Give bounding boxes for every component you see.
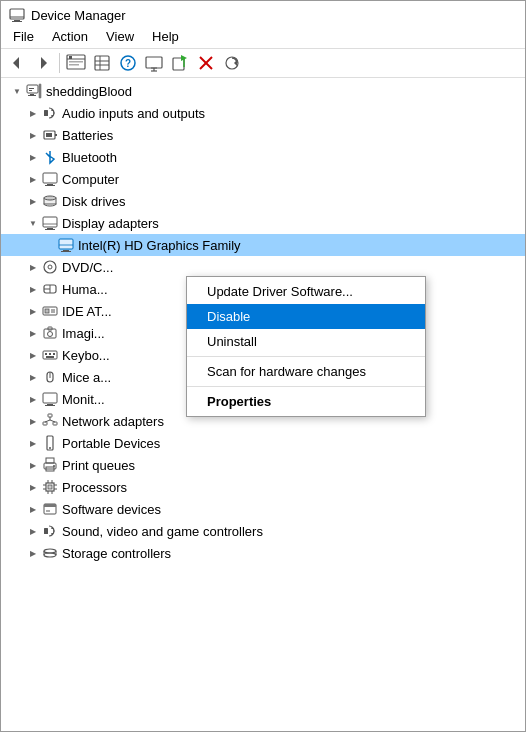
chevron-sound — [25, 523, 41, 539]
sound-label: Sound, video and game controllers — [62, 524, 263, 539]
processors-label: Processors — [62, 480, 127, 495]
svg-line-78 — [45, 420, 50, 422]
graphics-icon — [57, 236, 75, 254]
update-button[interactable] — [168, 51, 192, 75]
context-menu-uninstall[interactable]: Uninstall — [187, 329, 425, 354]
tree-item-print[interactable]: Print queues — [1, 454, 525, 476]
tree-item-disk[interactable]: Disk drives — [1, 190, 525, 212]
imaging-icon — [41, 324, 59, 342]
menu-file[interactable]: File — [5, 27, 42, 46]
svg-rect-48 — [59, 239, 73, 249]
human-label: Huma... — [62, 282, 108, 297]
batteries-label: Batteries — [62, 128, 113, 143]
audio-label: Audio inputs and outputs — [62, 106, 205, 121]
tree-item-computer[interactable]: Computer — [1, 168, 525, 190]
svg-rect-37 — [46, 133, 52, 137]
svg-rect-75 — [43, 422, 47, 425]
svg-rect-58 — [45, 309, 49, 313]
svg-rect-33 — [39, 84, 41, 98]
chevron-mice — [25, 369, 41, 385]
svg-point-85 — [53, 465, 55, 467]
svg-rect-76 — [53, 422, 57, 425]
chevron-keyboard — [25, 347, 41, 363]
chevron-display — [25, 215, 41, 231]
batteries-icon — [41, 126, 59, 144]
svg-rect-87 — [48, 485, 52, 489]
menu-action[interactable]: Action — [44, 27, 96, 46]
svg-rect-68 — [46, 356, 54, 358]
back-button[interactable] — [5, 51, 29, 75]
bluetooth-label: Bluetooth — [62, 150, 117, 165]
context-menu-properties[interactable]: Properties — [187, 389, 425, 414]
chevron-portable — [25, 435, 41, 451]
help-button[interactable]: ? — [116, 51, 140, 75]
chevron-imaging — [25, 325, 41, 341]
toolbar: ? — [1, 49, 525, 78]
svg-marker-5 — [41, 57, 47, 69]
intel-label: Intel(R) HD Graphics Family — [78, 238, 241, 253]
svg-rect-32 — [29, 90, 32, 91]
computer-label: Computer — [62, 172, 119, 187]
disk-label: Disk drives — [62, 194, 126, 209]
imaging-label: Imagi... — [62, 326, 105, 341]
chevron-human — [25, 281, 41, 297]
tree-item-dvd[interactable]: DVD/C... — [1, 256, 525, 278]
svg-point-43 — [44, 196, 56, 200]
svg-rect-36 — [55, 134, 57, 136]
svg-rect-2 — [12, 21, 22, 22]
tree-item-storage[interactable]: Storage controllers — [1, 542, 525, 564]
chevron-print — [25, 457, 41, 473]
tree-item-software[interactable]: Software devices — [1, 498, 525, 520]
portable-label: Portable Devices — [62, 436, 160, 451]
context-menu-separator-2 — [187, 386, 425, 387]
tree-item-intel[interactable]: Intel(R) HD Graphics Family — [1, 234, 525, 256]
context-menu: Update Driver Software... Disable Uninst… — [186, 276, 426, 417]
menu-view[interactable]: View — [98, 27, 142, 46]
storage-label: Storage controllers — [62, 546, 171, 561]
context-menu-update[interactable]: Update Driver Software... — [187, 279, 425, 304]
svg-point-53 — [48, 265, 52, 269]
svg-rect-47 — [45, 229, 55, 230]
svg-rect-71 — [43, 393, 57, 403]
context-menu-scan[interactable]: Scan for hardware changes — [187, 359, 425, 384]
svg-rect-38 — [43, 173, 57, 183]
title-bar-icon — [9, 7, 25, 23]
ide-label: IDE AT... — [62, 304, 112, 319]
list-button[interactable] — [90, 51, 114, 75]
storage-icon — [41, 544, 59, 562]
print-icon — [41, 456, 59, 474]
svg-rect-11 — [95, 56, 109, 70]
context-menu-disable[interactable]: Disable — [187, 304, 425, 329]
title-bar: Device Manager — [1, 1, 525, 25]
menu-help[interactable]: Help — [144, 27, 187, 46]
uninstall-button[interactable] — [194, 51, 218, 75]
tree-item-batteries[interactable]: Batteries — [1, 124, 525, 146]
ide-icon — [41, 302, 59, 320]
properties-button[interactable] — [64, 51, 88, 75]
chevron-storage — [25, 545, 41, 561]
tree-root[interactable]: sheddingBlood — [1, 80, 525, 102]
scan-button[interactable] — [220, 51, 244, 75]
tree-item-portable[interactable]: Portable Devices — [1, 432, 525, 454]
display-button[interactable] — [142, 51, 166, 75]
svg-rect-97 — [44, 504, 56, 507]
device-manager-window: Device Manager File Action View Help — [0, 0, 526, 732]
svg-point-103 — [44, 553, 56, 557]
chevron-dvd — [25, 259, 41, 275]
tree-item-display[interactable]: Display adapters — [1, 212, 525, 234]
svg-rect-8 — [69, 56, 72, 59]
display-icon — [41, 214, 59, 232]
processor-icon — [41, 478, 59, 496]
tree-item-bluetooth[interactable]: Bluetooth — [1, 146, 525, 168]
tree-item-audio[interactable]: Audio inputs and outputs — [1, 102, 525, 124]
keyboard-label: Keybo... — [62, 348, 110, 363]
chevron-root — [9, 83, 25, 99]
chevron-processors — [25, 479, 41, 495]
forward-button[interactable] — [31, 51, 55, 75]
tree-item-sound[interactable]: Sound, video and game controllers — [1, 520, 525, 542]
svg-rect-99 — [44, 528, 48, 534]
svg-rect-40 — [45, 185, 55, 186]
monitor-icon — [41, 390, 59, 408]
tree-item-processors[interactable]: Processors — [1, 476, 525, 498]
svg-rect-34 — [44, 110, 48, 116]
